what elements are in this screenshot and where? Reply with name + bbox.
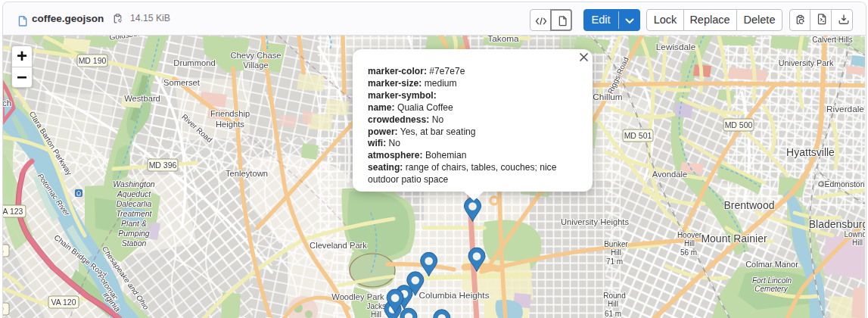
svg-text:Cleveland Park: Cleveland Park xyxy=(310,241,367,250)
svg-text:Hill: Hill xyxy=(684,239,695,248)
svg-text:Woodley Park: Woodley Park xyxy=(331,292,384,301)
svg-text:71 m: 71 m xyxy=(606,257,623,266)
svg-text:Treatment: Treatment xyxy=(116,209,152,218)
svg-text:Brentwood: Brentwood xyxy=(724,199,775,211)
svg-text:Friendship: Friendship xyxy=(210,109,250,118)
svg-text:University Park: University Park xyxy=(779,58,834,67)
svg-text:MD 501: MD 501 xyxy=(624,131,652,140)
svg-text:Chevy Chase: Chevy Chase xyxy=(230,51,281,60)
svg-text:Station: Station xyxy=(122,238,147,248)
svg-text:Hill: Hill xyxy=(608,300,618,308)
svg-text:Village: Village xyxy=(243,61,268,70)
svg-text:Mount Rainier: Mount Rainier xyxy=(701,232,767,245)
svg-text:A 123: A 123 xyxy=(3,207,23,216)
svg-text:Hill: Hill xyxy=(611,248,621,257)
svg-text:VA 120: VA 120 xyxy=(51,298,76,307)
svg-text:Pumping: Pumping xyxy=(118,229,150,238)
svg-text:Plant &: Plant & xyxy=(121,219,147,228)
svg-text:University Heights: University Heights xyxy=(561,217,630,226)
svg-text:Columbia Heights: Columbia Heights xyxy=(418,290,489,301)
svg-text:MD 500: MD 500 xyxy=(725,120,753,129)
svg-text:Heights: Heights xyxy=(216,120,244,129)
svg-text:Hoover: Hoover xyxy=(677,231,702,239)
svg-text:MD 190: MD 190 xyxy=(79,56,107,65)
svg-text:Lownde: Lownde xyxy=(844,230,865,238)
svg-text:Fort Lincoln: Fort Lincoln xyxy=(752,276,792,285)
svg-text:61 m: 61 m xyxy=(605,310,621,318)
svg-text:Hill: Hill xyxy=(852,238,863,247)
svg-text:Cemetery: Cemetery xyxy=(754,285,788,293)
svg-text:Edmonston: Edmonston xyxy=(824,179,864,189)
svg-text:Hyattsville: Hyattsville xyxy=(786,146,835,158)
svg-text:Drummond: Drummond xyxy=(173,58,215,67)
svg-text:Bunker: Bunker xyxy=(604,240,628,248)
svg-text:Westbard: Westbard xyxy=(124,94,160,103)
svg-text:Chillum: Chillum xyxy=(593,92,623,102)
svg-text:Somerset: Somerset xyxy=(163,78,201,87)
svg-text:Colmar Manor: Colmar Manor xyxy=(745,260,798,269)
svg-text:Lewisdale: Lewisdale xyxy=(656,42,696,52)
svg-text:56 m: 56 m xyxy=(680,248,697,257)
svg-text:Bladensburg: Bladensburg xyxy=(809,218,865,230)
svg-text:Avondale: Avondale xyxy=(652,170,687,179)
svg-text:Hill: Hill xyxy=(371,310,381,318)
svg-text:Round: Round xyxy=(603,292,625,300)
svg-text:Calvert Hills: Calvert Hills xyxy=(812,36,852,44)
svg-text:MD 396: MD 396 xyxy=(149,161,177,170)
svg-text:Dalecarlia: Dalecarlia xyxy=(117,199,152,208)
svg-text:Aqueduct: Aqueduct xyxy=(117,189,151,198)
svg-text:Tenleytown: Tenleytown xyxy=(226,169,268,178)
svg-text:Takoma: Takoma xyxy=(487,36,519,44)
svg-text:Riverdale: Riverdale xyxy=(826,104,864,114)
svg-text:ch: ch xyxy=(3,98,11,108)
svg-text:Washington: Washington xyxy=(113,179,154,189)
